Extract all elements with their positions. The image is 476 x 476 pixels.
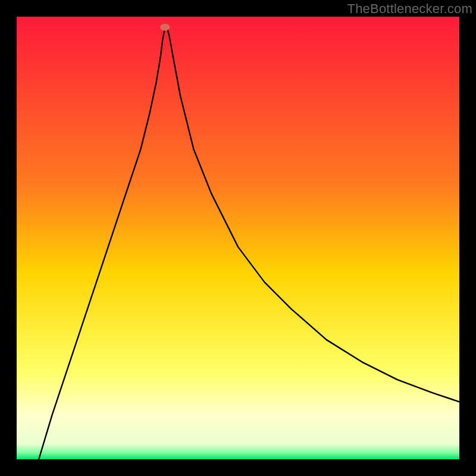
watermark-text: TheBottlenecker.com <box>347 1 472 17</box>
gradient-background <box>17 17 459 459</box>
chart-frame <box>17 17 459 459</box>
minimum-marker <box>160 24 170 31</box>
bottleneck-chart <box>17 17 459 459</box>
